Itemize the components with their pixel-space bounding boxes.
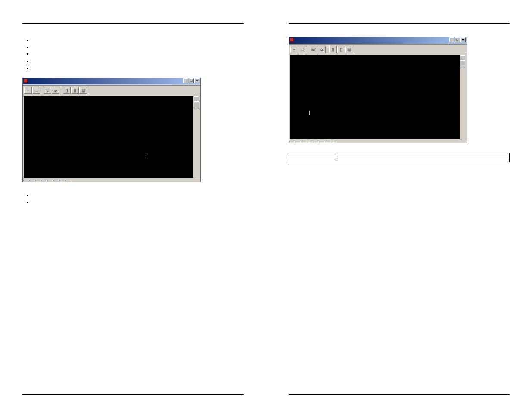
left-body (22, 37, 244, 72)
receive-icon[interactable]: ▯ (337, 46, 345, 53)
app-icon (290, 38, 294, 42)
disconnect-icon[interactable]: ⌀ (52, 87, 59, 94)
statusbar (289, 140, 467, 143)
page-header-left (22, 22, 244, 24)
hyperterminal-window-1: _ □ × ▫ ▭ ☏ ⌀ ▯ ▯ (22, 78, 201, 182)
status-item (53, 180, 59, 181)
status-item (296, 141, 301, 143)
page-header-right (289, 22, 510, 24)
status-item (47, 180, 53, 181)
receive-icon[interactable]: ▯ (71, 87, 79, 94)
right-page: _ □ × ▫ ▭ ☏ ⌀ ▯ ▯ (266, 0, 532, 411)
td (289, 159, 337, 162)
connect-icon[interactable]: ☏ (310, 46, 317, 53)
statusbar (23, 179, 200, 182)
scroll-up-icon[interactable] (460, 55, 465, 60)
window-titlebar[interactable]: _ □ × (289, 37, 467, 44)
bullet (33, 58, 244, 65)
status-item (23, 180, 28, 181)
minimize-icon[interactable]: _ (449, 37, 454, 42)
send-icon[interactable]: ▯ (63, 87, 71, 94)
maximize-icon[interactable]: □ (455, 37, 460, 42)
status-item (65, 180, 71, 181)
window-titlebar[interactable]: _ □ × (23, 78, 200, 84)
status-item (41, 180, 47, 181)
minimize-icon[interactable]: _ (183, 78, 188, 83)
open-icon[interactable]: ▭ (299, 46, 306, 53)
td (337, 156, 510, 159)
ok-button[interactable] (309, 111, 310, 115)
document-spread: _ □ × ▫ ▭ ☏ ⌀ ▯ ▯ (0, 0, 532, 411)
term-nav-row-1 (293, 106, 457, 111)
bullet (33, 199, 244, 206)
status-item (332, 141, 337, 143)
status-item (29, 180, 34, 181)
th (289, 153, 337, 156)
left-page: _ □ × ▫ ▭ ☏ ⌀ ▯ ▯ (0, 0, 266, 411)
add-button[interactable] (146, 153, 146, 158)
scroll-thumb[interactable] (194, 101, 199, 109)
toolbar: ▫ ▭ ☏ ⌀ ▯ ▯ ▤ (289, 45, 467, 54)
app-icon (24, 79, 28, 83)
term-nav-row-2 (293, 111, 457, 115)
th (337, 153, 510, 156)
toolbar: ▫ ▭ ☏ ⌀ ▯ ▯ ▤ (23, 86, 200, 95)
close-icon[interactable]: × (460, 37, 466, 42)
open-icon[interactable]: ▭ (32, 87, 40, 94)
disconnect-icon[interactable]: ⌀ (318, 46, 326, 53)
bullet (33, 65, 244, 72)
status-item (35, 180, 40, 181)
status-item (314, 141, 319, 143)
properties-icon[interactable]: ▤ (345, 46, 353, 53)
maximize-icon[interactable]: □ (189, 78, 194, 83)
hyperterminal-window-2: _ □ × ▫ ▭ ☏ ⌀ ▯ ▯ (289, 37, 467, 143)
send-icon[interactable]: ▯ (329, 46, 337, 53)
connect-icon[interactable]: ☏ (44, 87, 51, 94)
new-icon[interactable]: ▫ (290, 46, 298, 53)
term-actions-row (27, 149, 191, 163)
td (289, 156, 337, 159)
close-icon[interactable]: × (194, 78, 199, 83)
scroll-thumb[interactable] (460, 60, 465, 68)
param-table (289, 153, 510, 162)
status-item (320, 141, 325, 143)
right-body-after (289, 153, 510, 162)
status-item (326, 141, 331, 143)
properties-icon[interactable]: ▤ (79, 87, 87, 94)
new-icon[interactable]: ▫ (24, 87, 32, 94)
status-item (59, 180, 65, 181)
bullet (33, 192, 244, 199)
status-item (308, 141, 313, 143)
status-item (289, 141, 295, 143)
bullet (33, 37, 244, 44)
scroll-up-icon[interactable] (194, 96, 199, 101)
bullet (33, 44, 244, 50)
left-body-after (22, 192, 244, 206)
page-footer-right (289, 394, 510, 395)
terminal-screen[interactable] (290, 55, 466, 139)
page-footer-left (22, 394, 244, 395)
status-item (302, 141, 307, 143)
bullet (33, 50, 244, 57)
td (337, 159, 510, 162)
terminal-screen[interactable] (24, 96, 199, 178)
